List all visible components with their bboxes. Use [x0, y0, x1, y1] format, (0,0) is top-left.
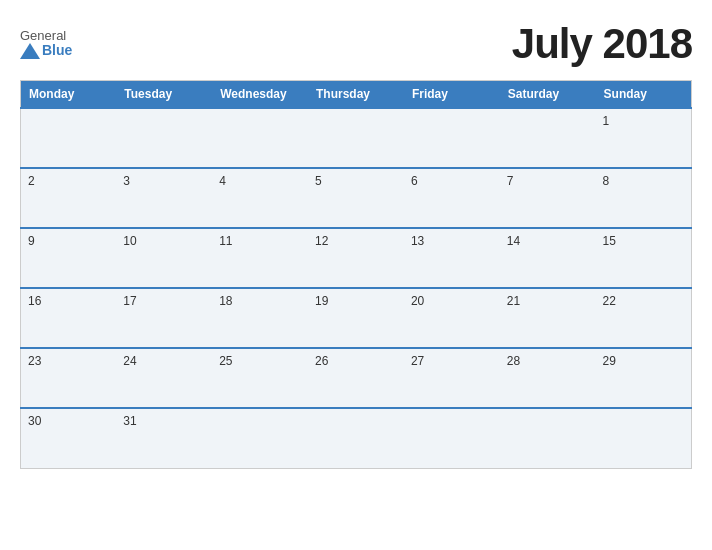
calendar-cell: 1 [596, 108, 692, 168]
calendar-cell: 21 [500, 288, 596, 348]
calendar-cell [500, 408, 596, 468]
col-saturday: Saturday [500, 81, 596, 109]
col-wednesday: Wednesday [212, 81, 308, 109]
day-number: 4 [219, 174, 226, 188]
calendar-cell: 7 [500, 168, 596, 228]
calendar-cell: 22 [596, 288, 692, 348]
day-number: 8 [603, 174, 610, 188]
day-number: 24 [123, 354, 136, 368]
calendar-week-row: 16171819202122 [21, 288, 692, 348]
day-number: 29 [603, 354, 616, 368]
day-number: 13 [411, 234, 424, 248]
day-number: 30 [28, 414, 41, 428]
calendar-cell: 19 [308, 288, 404, 348]
day-number: 20 [411, 294, 424, 308]
calendar-cell: 4 [212, 168, 308, 228]
calendar-week-row: 3031 [21, 408, 692, 468]
col-sunday: Sunday [596, 81, 692, 109]
day-number: 12 [315, 234, 328, 248]
header: General Blue July 2018 [20, 20, 692, 68]
calendar-cell [212, 108, 308, 168]
day-number: 14 [507, 234, 520, 248]
day-number: 17 [123, 294, 136, 308]
calendar-cell [404, 108, 500, 168]
day-number: 3 [123, 174, 130, 188]
col-tuesday: Tuesday [116, 81, 212, 109]
day-number: 16 [28, 294, 41, 308]
day-number: 25 [219, 354, 232, 368]
day-number: 10 [123, 234, 136, 248]
svg-marker-0 [20, 43, 40, 59]
calendar-cell: 16 [21, 288, 117, 348]
calendar-cell: 23 [21, 348, 117, 408]
calendar-cell: 28 [500, 348, 596, 408]
calendar-cell: 29 [596, 348, 692, 408]
calendar-week-row: 1 [21, 108, 692, 168]
calendar-cell: 18 [212, 288, 308, 348]
calendar-cell [500, 108, 596, 168]
day-number: 18 [219, 294, 232, 308]
calendar-cell [308, 108, 404, 168]
calendar-cell: 3 [116, 168, 212, 228]
calendar-cell: 10 [116, 228, 212, 288]
day-number: 22 [603, 294, 616, 308]
calendar-cell: 14 [500, 228, 596, 288]
calendar-cell: 17 [116, 288, 212, 348]
day-number: 11 [219, 234, 232, 248]
col-thursday: Thursday [308, 81, 404, 109]
calendar-cell: 8 [596, 168, 692, 228]
day-number: 5 [315, 174, 322, 188]
col-friday: Friday [404, 81, 500, 109]
calendar-cell: 31 [116, 408, 212, 468]
logo-blue-text: Blue [42, 43, 72, 58]
calendar-cell: 9 [21, 228, 117, 288]
calendar-page: General Blue July 2018 Monday Tuesday We… [0, 0, 712, 550]
day-number: 21 [507, 294, 520, 308]
calendar-week-row: 23242526272829 [21, 348, 692, 408]
calendar-cell: 13 [404, 228, 500, 288]
day-number: 15 [603, 234, 616, 248]
logo-text: General [20, 29, 66, 43]
day-number: 19 [315, 294, 328, 308]
day-number: 6 [411, 174, 418, 188]
calendar-cell: 20 [404, 288, 500, 348]
day-number: 23 [28, 354, 41, 368]
calendar-cell: 27 [404, 348, 500, 408]
logo: General Blue [20, 29, 72, 59]
calendar-cell: 6 [404, 168, 500, 228]
calendar-cell [116, 108, 212, 168]
calendar-cell: 30 [21, 408, 117, 468]
calendar-cell: 15 [596, 228, 692, 288]
calendar-cell [404, 408, 500, 468]
day-number: 31 [123, 414, 136, 428]
day-number: 1 [603, 114, 610, 128]
calendar-cell [596, 408, 692, 468]
calendar-cell: 26 [308, 348, 404, 408]
calendar-week-row: 9101112131415 [21, 228, 692, 288]
month-title: July 2018 [512, 20, 692, 68]
calendar-cell: 11 [212, 228, 308, 288]
calendar-cell: 5 [308, 168, 404, 228]
calendar-week-row: 2345678 [21, 168, 692, 228]
col-monday: Monday [21, 81, 117, 109]
calendar-cell [308, 408, 404, 468]
day-number: 28 [507, 354, 520, 368]
calendar-cell [212, 408, 308, 468]
calendar-cell: 24 [116, 348, 212, 408]
day-number: 2 [28, 174, 35, 188]
calendar-cell: 25 [212, 348, 308, 408]
logo-icon [20, 43, 40, 59]
weekday-header-row: Monday Tuesday Wednesday Thursday Friday… [21, 81, 692, 109]
calendar-cell: 12 [308, 228, 404, 288]
calendar-table: Monday Tuesday Wednesday Thursday Friday… [20, 80, 692, 469]
calendar-cell [21, 108, 117, 168]
day-number: 9 [28, 234, 35, 248]
day-number: 7 [507, 174, 514, 188]
day-number: 26 [315, 354, 328, 368]
calendar-cell: 2 [21, 168, 117, 228]
day-number: 27 [411, 354, 424, 368]
